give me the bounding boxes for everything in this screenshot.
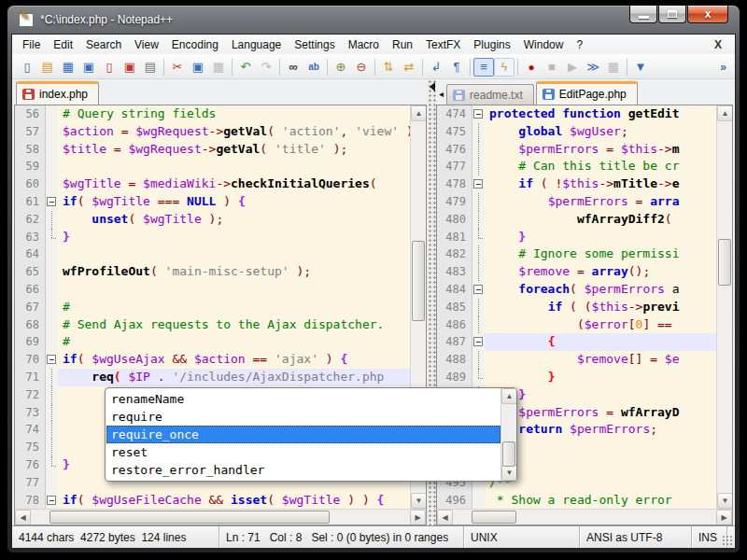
fold-collapse-button[interactable] bbox=[47, 496, 56, 505]
save-all-icon[interactable]: ▣ bbox=[78, 58, 99, 77]
tab-scroll-left-icon[interactable]: ◂ bbox=[439, 89, 444, 99]
menu-item-encoding[interactable]: Encoding bbox=[165, 36, 225, 53]
left-hscroll-thumb[interactable] bbox=[49, 511, 330, 524]
menu-item-help[interactable]: ? bbox=[570, 36, 589, 53]
right-vertical-scrollbar[interactable]: ▲ ▼ bbox=[716, 105, 732, 509]
word-wrap-icon[interactable]: ↲ bbox=[426, 58, 446, 77]
code-line-65[interactable]: 65wfProfileOut( 'main-misc-setup' ); bbox=[15, 263, 410, 281]
right-horizontal-scrollbar[interactable]: ◀ ▶ bbox=[437, 509, 732, 525]
scroll-to-end-icon[interactable]: ▼ bbox=[630, 58, 651, 77]
minimize-button[interactable] bbox=[629, 6, 657, 23]
find-icon[interactable]: ∞ bbox=[283, 58, 303, 77]
menu-item-file[interactable]: File bbox=[16, 36, 47, 53]
fold-collapse-button[interactable] bbox=[47, 197, 56, 206]
fold-collapse-button[interactable] bbox=[473, 337, 483, 346]
sync-horizontal-scroll-icon[interactable]: ⇄ bbox=[399, 58, 419, 77]
show-all-characters-icon[interactable]: ¶ bbox=[446, 58, 467, 77]
code-line-61[interactable]: 61if( $wgTitle === NULL ) { bbox=[15, 193, 410, 211]
right-hscroll-thumb[interactable] bbox=[472, 511, 516, 524]
record-macro-icon[interactable]: ● bbox=[521, 58, 542, 77]
code-line-477[interactable]: 477 # Can this title be cr bbox=[437, 158, 716, 175]
fold-collapse-button[interactable] bbox=[473, 179, 483, 189]
titlebar[interactable]: ✎ *C:\index.php - Notepad++ x bbox=[7, 6, 740, 34]
cut-icon[interactable]: ✂ bbox=[167, 58, 188, 77]
code-line-487[interactable]: 487 { bbox=[437, 333, 716, 351]
autocomplete-scrollbar[interactable]: ▲ ▼ bbox=[500, 388, 516, 481]
left-vscroll-thumb[interactable] bbox=[412, 241, 425, 321]
autocomplete-item[interactable]: renameName bbox=[106, 390, 500, 408]
menu-item-edit[interactable]: Edit bbox=[47, 36, 79, 53]
zoom-out-icon[interactable]: ⊖ bbox=[351, 58, 372, 77]
code-line-58[interactable]: 58$title = $wgRequest->getVal( 'title' )… bbox=[15, 141, 410, 159]
code-line-489[interactable]: 489 } bbox=[437, 369, 716, 386]
menubar-close-button[interactable]: X bbox=[709, 38, 727, 51]
autocomplete-item[interactable]: restore_error_handler bbox=[106, 461, 500, 479]
code-line-485[interactable]: 485 if ( ($this->previ bbox=[437, 299, 716, 316]
code-line-71[interactable]: 71 req( $IP . '/includes/AjaxDispatcher.… bbox=[15, 369, 410, 386]
code-line-69[interactable]: 69# bbox=[15, 333, 410, 351]
close-button[interactable]: x bbox=[687, 6, 728, 23]
paste-icon[interactable]: ▦ bbox=[208, 58, 229, 77]
scroll-left-icon[interactable]: ◀ bbox=[15, 510, 31, 525]
code-line-481[interactable]: 481 } bbox=[437, 229, 716, 246]
left-horizontal-scrollbar[interactable]: ◀ ▶ bbox=[15, 509, 426, 525]
code-line-78[interactable]: 78if( $wgUseFileCache && isset( $wgTitle… bbox=[15, 492, 410, 509]
resize-grip[interactable] bbox=[727, 526, 735, 548]
close-all-icon[interactable]: ▣ bbox=[120, 58, 140, 77]
autocomplete-item[interactable]: require bbox=[106, 408, 500, 426]
scroll-down-icon[interactable]: ▼ bbox=[717, 493, 732, 509]
close-file-icon[interactable]: ▯ bbox=[99, 58, 120, 77]
run-macro-multiple-icon[interactable]: ≫ bbox=[583, 58, 603, 77]
stop-macro-icon[interactable]: ■ bbox=[542, 58, 562, 77]
save-file-icon[interactable]: ▦ bbox=[58, 58, 78, 77]
code-line-484[interactable]: 484 foreach( $permErrors a bbox=[437, 281, 716, 299]
code-line-56[interactable]: 56# Query string fields bbox=[15, 105, 410, 123]
function-completion-icon[interactable]: ϟ bbox=[494, 58, 514, 77]
code-line-478[interactable]: 478 if ( !$this->mTitle->e bbox=[437, 175, 716, 193]
maximize-button[interactable] bbox=[658, 6, 686, 23]
code-line-57[interactable]: 57$action = $wgRequest->getVal( 'action'… bbox=[15, 123, 410, 141]
code-line-483[interactable]: 483 $remove = array(); bbox=[437, 263, 716, 281]
play-macro-icon[interactable]: ▶ bbox=[562, 58, 583, 77]
code-line-476[interactable]: 476 $permErrors = $this->m bbox=[437, 141, 716, 159]
menu-item-run[interactable]: Run bbox=[386, 36, 419, 53]
code-line-62[interactable]: 62 unset( $wgTitle ); bbox=[15, 211, 410, 229]
fold-collapse-button[interactable] bbox=[473, 109, 483, 119]
tab-editpage-php[interactable]: EditPage.php bbox=[536, 81, 638, 105]
sync-vertical-scroll-icon[interactable]: ⇅ bbox=[378, 58, 399, 77]
print-icon[interactable]: ▤ bbox=[140, 58, 161, 77]
menu-item-window[interactable]: Window bbox=[517, 36, 571, 53]
code-line-59[interactable]: 59 bbox=[15, 158, 410, 175]
menu-item-textfx[interactable]: TextFX bbox=[419, 36, 467, 53]
scroll-down-icon[interactable]: ▼ bbox=[501, 465, 517, 481]
autocomplete-scroll-thumb[interactable] bbox=[502, 441, 515, 467]
fold-collapse-button[interactable] bbox=[473, 285, 483, 294]
menu-item-search[interactable]: Search bbox=[79, 36, 128, 53]
code-line-70[interactable]: 70if( $wgUseAjax && $action == 'ajax' ) … bbox=[15, 351, 410, 369]
code-line-475[interactable]: 475 global $wgUser; bbox=[437, 123, 716, 141]
code-line-486[interactable]: 486 ($error[0] == bbox=[437, 316, 716, 334]
indent-guide-icon[interactable]: ≡ bbox=[473, 58, 494, 77]
menu-item-settings[interactable]: Settings bbox=[288, 36, 341, 53]
scroll-right-icon[interactable]: ▶ bbox=[716, 510, 732, 525]
open-file-icon[interactable]: ▤ bbox=[37, 58, 58, 77]
copy-icon[interactable]: ▣ bbox=[188, 58, 208, 77]
menu-item-language[interactable]: Language bbox=[225, 36, 288, 53]
autocomplete-item[interactable]: require_once bbox=[106, 426, 500, 443]
save-macro-icon[interactable]: ▦ bbox=[603, 58, 624, 77]
right-vscroll-thumb[interactable] bbox=[718, 239, 731, 286]
fold-collapse-button[interactable] bbox=[47, 355, 56, 364]
scroll-left-icon[interactable]: ◀ bbox=[437, 510, 453, 525]
menu-item-plugins[interactable]: Plugins bbox=[467, 36, 516, 53]
scroll-up-icon[interactable]: ▲ bbox=[411, 105, 426, 121]
scroll-down-icon[interactable]: ▼ bbox=[411, 493, 426, 509]
scroll-up-icon[interactable]: ▲ bbox=[717, 105, 732, 121]
undo-icon[interactable]: ↶ bbox=[235, 58, 256, 77]
code-line-479[interactable]: 479 $permErrors = arra bbox=[437, 193, 716, 211]
code-line-67[interactable]: 67# bbox=[15, 299, 410, 316]
code-line-474[interactable]: 474protected function getEdit bbox=[437, 105, 716, 123]
tab-readme-txt[interactable]: readme.txt bbox=[446, 84, 534, 105]
code-line-66[interactable]: 66 bbox=[15, 281, 410, 299]
code-line-496[interactable]: 496 * Show a read-only error bbox=[437, 492, 716, 509]
code-line-60[interactable]: 60$wgTitle = $mediaWiki->checkInitialQue… bbox=[15, 175, 410, 193]
